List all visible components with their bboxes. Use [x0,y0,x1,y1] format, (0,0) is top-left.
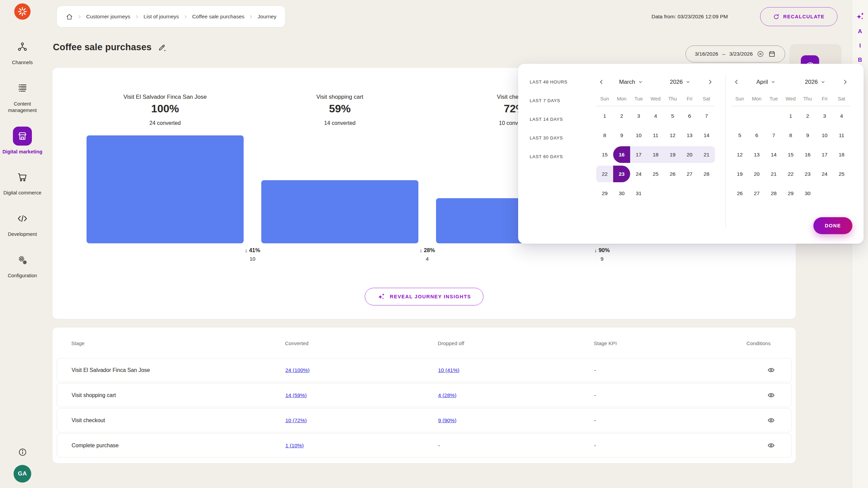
calendar-day[interactable]: 24 [630,166,647,182]
cell-link[interactable]: 9 (90%) [438,417,456,423]
calendar-day[interactable]: 25 [833,166,850,182]
prev-month-icon[interactable] [596,77,606,87]
cell-link[interactable]: 24 (100%) [285,367,310,373]
calendar-day[interactable]: 12 [664,127,681,144]
calendar-day[interactable]: 31 [630,185,647,202]
calendar-day[interactable]: 14 [765,146,782,163]
calendar-day[interactable]: 30 [799,185,816,202]
calendar-day[interactable]: 30 [613,185,630,202]
date-range-input[interactable]: 3/16/2026 – 3/23/2026 [685,45,785,62]
sidebar-item-digital-marketing[interactable]: Digital marketing [0,127,45,155]
done-button[interactable]: DONE [813,217,852,234]
calendar-day[interactable]: 29 [596,185,613,202]
calendar-day[interactable]: 10 [816,127,833,144]
calendar-day[interactable]: 2 [799,108,816,124]
calendar-day[interactable]: 6 [681,108,698,124]
preset-last-60-days[interactable]: LAST 60 DAYS [530,147,596,166]
calendar-day[interactable]: 28 [698,166,715,182]
calendar-day[interactable]: 17 [816,146,833,163]
preset-last-14-days[interactable]: LAST 14 DAYS [530,110,596,129]
calendar-day[interactable]: 15 [782,146,799,163]
calendar-day[interactable]: 22 [782,166,799,182]
calendar-day[interactable]: 23 [799,166,816,182]
calendar-day[interactable]: 17 [630,146,647,163]
calendar-day[interactable]: 21 [765,166,782,182]
calendar-day[interactable]: 20 [681,146,698,163]
calendar-day[interactable]: 16 [613,146,630,163]
prev-month-icon[interactable] [731,77,741,87]
calendar-day[interactable]: 7 [765,127,782,144]
calendar-day[interactable]: 13 [681,127,698,144]
preset-last-30-days[interactable]: LAST 30 DAYS [530,129,596,147]
calendar-day[interactable]: 10 [630,127,647,144]
year-select[interactable]: 2026 [791,79,840,86]
preset-last-48-hours[interactable]: LAST 48 HOURS [530,73,596,91]
cell-link[interactable]: 10 (41%) [438,367,459,373]
calendar-day[interactable]: 18 [647,146,664,163]
calendar-day[interactable]: 2 [613,108,630,124]
calendar-day[interactable]: 1 [782,108,799,124]
month-select[interactable]: March [606,79,656,86]
sidebar-item-content-management[interactable]: Content management [0,79,45,114]
cell-link[interactable]: 14 (59%) [285,392,307,398]
calendar-day[interactable]: 24 [816,166,833,182]
calendar-day[interactable]: 3 [630,108,647,124]
calendar-day[interactable]: 19 [731,166,748,182]
calendar-day[interactable]: 6 [748,127,765,144]
conditions-eye-icon[interactable] [747,391,791,399]
month-select[interactable]: April [741,79,791,86]
clear-date-icon[interactable] [757,50,764,58]
calendar-day[interactable]: 26 [731,185,748,202]
recalculate-button[interactable]: RECALCULATE [760,7,837,26]
sidebar-item-digital-commerce[interactable]: Digital commerce [0,168,45,196]
calendar-day[interactable]: 9 [799,127,816,144]
calendar-day[interactable]: 26 [664,166,681,182]
calendar-day[interactable]: 5 [664,108,681,124]
calendar-day[interactable]: 18 [833,146,850,163]
cell-link[interactable]: 4 (28%) [438,392,456,398]
calendar-day[interactable]: 27 [681,166,698,182]
breadcrumb-item-coffee-sale-purchases[interactable]: Coffee sale purchases [192,14,244,20]
calendar-day[interactable]: 27 [748,185,765,202]
calendar-day[interactable]: 20 [748,166,765,182]
calendar-day[interactable]: 9 [613,127,630,144]
conditions-eye-icon[interactable] [747,442,791,449]
reveal-insights-button[interactable]: REVEAL JOURNEY INSIGHTS [365,288,484,305]
calendar-day[interactable]: 8 [782,127,799,144]
conditions-eye-icon[interactable] [747,416,791,424]
calendar-day[interactable]: 29 [782,185,799,202]
calendar-day[interactable]: 12 [731,146,748,163]
calendar-day[interactable]: 5 [731,127,748,144]
calendar-day[interactable]: 3 [816,108,833,124]
calendar-day[interactable]: 11 [647,127,664,144]
next-month-icon[interactable] [840,77,850,87]
preset-last-7-days[interactable]: LAST 7 DAYS [530,91,596,110]
calendar-day[interactable]: 4 [833,108,850,124]
sidebar-item-configuration[interactable]: Configuration [0,250,45,279]
funnel-bar[interactable] [261,180,418,243]
cell-link[interactable]: 10 (72%) [285,417,307,423]
calendar-day[interactable]: 1 [596,108,613,124]
calendar-day[interactable]: 15 [596,146,613,163]
calendar-day[interactable]: 4 [647,108,664,124]
calendar-day[interactable]: 8 [596,127,613,144]
sidebar-item-channels[interactable]: Channels [0,37,45,66]
calendar-day[interactable]: 13 [748,146,765,163]
sitecore-logo-icon[interactable] [14,3,31,20]
calendar-day[interactable]: 16 [799,146,816,163]
home-icon[interactable] [66,13,73,20]
edit-title-icon[interactable] [158,43,166,52]
calendar-day[interactable]: 28 [765,185,782,202]
breadcrumb-item-journey[interactable]: Journey [258,14,276,20]
calendar-day[interactable]: 19 [664,146,681,163]
calendar-day[interactable]: 22 [596,166,613,182]
calendar-day[interactable]: 25 [647,166,664,182]
funnel-bar[interactable] [87,135,244,243]
avatar[interactable]: GA [14,465,31,483]
year-select[interactable]: 2026 [656,79,705,86]
calendar-day[interactable]: 14 [698,127,715,144]
calendar-day[interactable]: 7 [698,108,715,124]
sidebar-item-development[interactable]: Development [0,209,45,238]
calendar-day[interactable]: 11 [833,127,850,144]
calendar-day[interactable]: 23 [613,166,630,182]
